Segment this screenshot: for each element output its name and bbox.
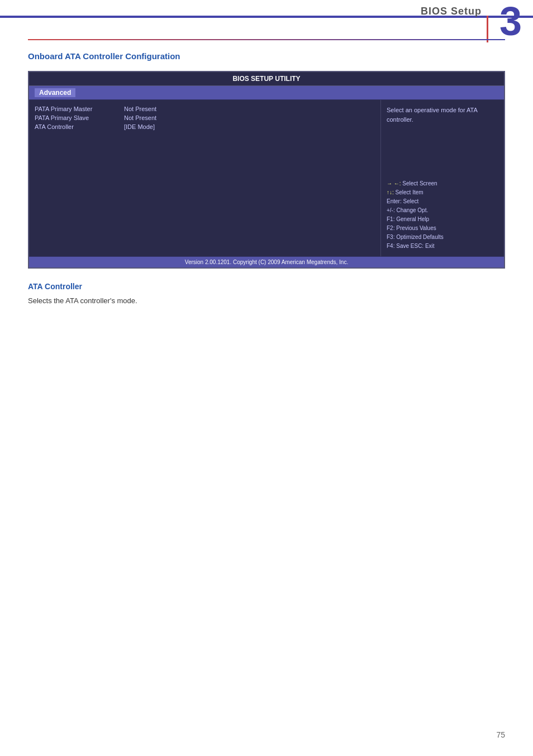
bios-setup-box: BIOS SETUP UTILITY Advanced PATA Primary… [28,71,505,269]
bios-key-f1: F1: General Help [387,215,498,224]
bios-nav-advanced[interactable]: Advanced [35,88,75,97]
bios-key-change-label: +/-: Change Opt. [387,207,428,213]
bios-key-enter: Enter: Select [387,197,498,206]
bios-key-f3: F3: Optimized Defaults [387,233,498,242]
bios-left-panel: PATA Primary Master Not Present PATA Pri… [29,100,381,256]
bios-item-ata-controller[interactable]: ATA Controller [IDE Mode] [35,123,375,130]
bios-item-pata-master-value: Not Present [124,106,156,112]
bios-item-ata-value: [IDE Mode] [124,123,155,130]
arrow-select-item-icon: ↑↓: [387,189,394,195]
arrow-select-screen-icon: → ←: [387,180,401,186]
bios-key-select-item-label: Select Item [396,189,423,195]
chapter-number: 3 [499,1,522,41]
bios-item-ata-label: ATA Controller [35,123,124,130]
bios-item-pata-master-label: PATA Primary Master [35,106,124,112]
bios-key-f3-label: F3: Optimized Defaults [387,234,444,240]
bios-footer: Version 2.00.1201. Copyright (C) 2009 Am… [29,256,504,267]
page-number: 75 [496,730,505,739]
section-title: Onboard ATA Controller Configuration [28,51,505,61]
bios-keys-panel: → ←: Select Screen ↑↓: Select Item Enter… [387,174,498,251]
bios-key-f1-label: F1: General Help [387,216,429,222]
ata-controller-title: ATA Controller [28,282,505,291]
ata-controller-description: Selects the ATA controller's mode. [28,296,505,305]
bios-help-text: Select an operative mode for ATA control… [387,106,498,174]
bios-item-pata-slave-value: Not Present [124,114,156,121]
bios-key-f4-label: F4: Save ESC: Exit [387,243,435,249]
content-area: Onboard ATA Controller Configuration BIO… [28,39,505,305]
bios-main-area: PATA Primary Master Not Present PATA Pri… [29,100,504,256]
bios-key-enter-label: Enter: Select [387,198,418,204]
bios-title-bar: BIOS SETUP UTILITY [29,72,504,86]
bios-right-panel: Select an operative mode for ATA control… [381,100,504,256]
bios-key-f2: F2: Previous Values [387,224,498,233]
divider-line [28,39,505,40]
bios-key-select-item: ↑↓: Select Item [387,188,498,197]
bios-key-f2-label: F2: Previous Values [387,225,436,231]
ata-controller-section: ATA Controller Selects the ATA controlle… [28,282,505,305]
bios-key-select-screen: → ←: Select Screen [387,179,498,188]
bios-nav-bar: Advanced [29,86,504,100]
bios-item-pata-master: PATA Primary Master Not Present [35,106,375,112]
bios-key-change: +/-: Change Opt. [387,206,498,215]
bios-key-select-screen-label: Select Screen [402,180,437,186]
bios-item-pata-slave-label: PATA Primary Slave [35,114,124,121]
bios-item-pata-slave: PATA Primary Slave Not Present [35,114,375,121]
bios-key-f4: F4: Save ESC: Exit [387,242,498,251]
bios-setup-label: BIOS Setup [421,6,482,17]
